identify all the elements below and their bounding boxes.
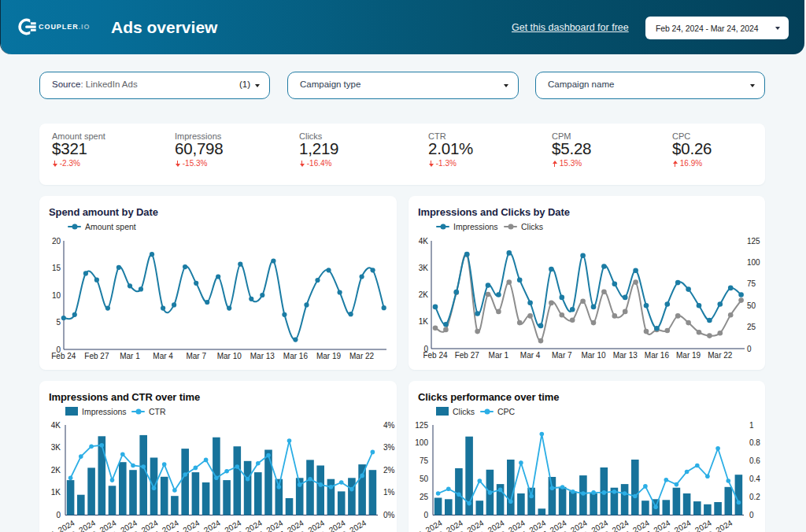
svg-text:0.2: 0.2 [749,493,760,501]
svg-text:1: 1 [749,421,754,430]
svg-text:Mar 16: Mar 16 [645,351,670,360]
svg-text:Mar 22: Mar 22 [708,351,733,360]
svg-text:3K: 3K [51,443,61,452]
svg-text:20: 20 [52,237,61,246]
svg-text:Mar 10: Mar 10 [217,352,242,360]
svg-text:4%: 4% [383,421,395,430]
svg-text:Feb 24, 2024: Feb 24, 2024 [31,518,76,532]
svg-text:10: 10 [52,291,61,300]
svg-text:4K: 4K [419,237,429,246]
svg-text:100: 100 [747,258,760,267]
svg-text:100: 100 [415,438,428,447]
svg-text:0.8: 0.8 [749,438,760,447]
svg-text:2%: 2% [383,466,395,475]
svg-text:Mar 13: Mar 13 [250,352,275,360]
svg-text:Feb 27: Feb 27 [84,352,109,360]
svg-text:Mar 1: Mar 1 [120,352,140,360]
svg-text:0: 0 [747,345,752,353]
svg-text:Feb 24, 2024: Feb 24, 2024 [399,518,444,532]
svg-text:Feb 24: Feb 24 [423,351,448,360]
svg-text:1%: 1% [383,488,395,497]
svg-text:5: 5 [56,318,61,327]
svg-text:50: 50 [747,301,756,310]
svg-text:125: 125 [747,237,760,246]
svg-text:0: 0 [749,511,754,519]
svg-text:2K: 2K [51,466,61,475]
svg-text:3%: 3% [383,443,395,452]
svg-text:1K: 1K [419,317,429,326]
svg-text:Mar 16: Mar 16 [283,352,309,360]
svg-text:0: 0 [56,511,61,519]
svg-text:Mar 22: Mar 22 [349,352,375,360]
svg-text:50: 50 [420,475,429,483]
svg-text:Mar 13: Mar 13 [613,351,638,360]
svg-text:Mar 19: Mar 19 [316,352,342,360]
svg-text:75: 75 [747,279,756,288]
svg-text:1K: 1K [51,488,61,497]
svg-text:25: 25 [420,493,429,501]
svg-text:3K: 3K [419,264,429,272]
svg-text:0.4: 0.4 [749,475,760,483]
svg-text:Mar 4: Mar 4 [520,351,541,360]
svg-text:Mar 1: Mar 1 [489,351,509,360]
svg-text:Mar 7: Mar 7 [186,352,206,360]
svg-text:Feb 27: Feb 27 [455,351,480,360]
svg-text:Mar 7: Mar 7 [552,351,572,360]
svg-text:0.6: 0.6 [749,456,760,465]
svg-text:Mar 10: Mar 10 [581,351,606,360]
svg-text:25: 25 [747,323,756,331]
svg-text:2K: 2K [419,290,429,299]
svg-text:0%: 0% [383,511,395,519]
svg-text:75: 75 [420,456,429,465]
svg-text:0: 0 [423,511,428,519]
svg-text:Mar 4: Mar 4 [153,352,173,360]
svg-text:Mar 19: Mar 19 [676,351,701,360]
svg-text:125: 125 [415,421,428,430]
svg-text:Feb 24: Feb 24 [51,352,76,360]
svg-text:15: 15 [52,264,61,272]
svg-text:4K: 4K [51,421,61,430]
